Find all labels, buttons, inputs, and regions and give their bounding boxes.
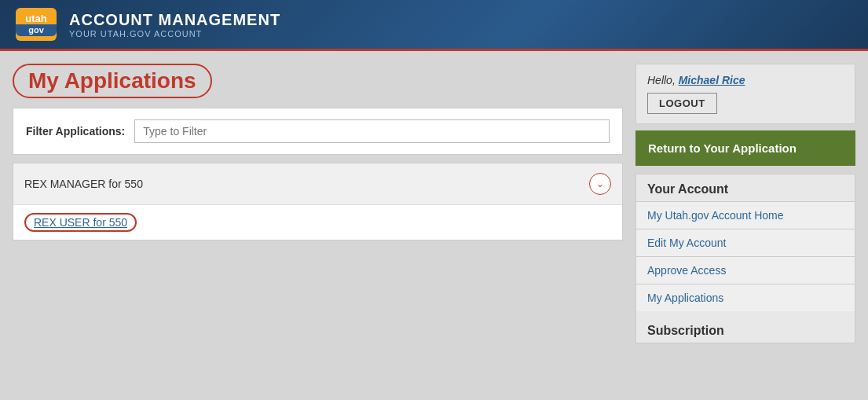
logout-button[interactable]: LOGOUT — [647, 93, 717, 114]
header-text: ACCOUNT MANAGEMENT YOUR UTAH.GOV ACCOUNT — [69, 11, 280, 39]
account-link-my-applications[interactable]: My Applications — [636, 284, 855, 311]
dropdown-button[interactable]: ⌄ — [589, 173, 611, 195]
application-row: REX MANAGER for 550 ⌄ REX USER for 550 — [13, 163, 623, 240]
logo-gov: gov — [16, 24, 57, 36]
filter-section: Filter Applications: — [13, 108, 623, 155]
hello-box: Hello, Michael Rice LOGOUT — [635, 64, 855, 124]
rex-user-link[interactable]: REX USER for 550 — [24, 213, 137, 232]
logo-container: utah gov — [16, 8, 57, 41]
your-account-title: Your Account — [636, 174, 855, 201]
your-account-section: Your Account My Utah.gov Account Home Ed… — [635, 174, 855, 343]
subscription-title: Subscription — [636, 316, 855, 343]
main-container: My Applications Filter Applications: REX… — [0, 51, 868, 356]
header-title: ACCOUNT MANAGEMENT — [69, 11, 280, 29]
app-row-header: REX MANAGER for 550 ⌄ — [13, 163, 622, 205]
account-link-edit[interactable]: Edit My Account — [636, 229, 855, 256]
page-title: My Applications — [13, 64, 212, 98]
right-panel: Hello, Michael Rice LOGOUT Return to You… — [635, 64, 855, 343]
app-row-body: REX USER for 550 — [13, 205, 622, 240]
hello-text: Hello, Michael Rice — [647, 74, 844, 86]
left-panel: My Applications Filter Applications: REX… — [13, 64, 623, 343]
logo-utah: utah — [25, 13, 46, 25]
logo-badge: utah gov — [16, 8, 57, 41]
account-link-approve[interactable]: Approve Access — [636, 256, 855, 284]
search-input[interactable] — [134, 119, 610, 143]
header: utah gov ACCOUNT MANAGEMENT YOUR UTAH.GO… — [0, 0, 868, 51]
account-link-home[interactable]: My Utah.gov Account Home — [636, 201, 855, 229]
hello-prefix: Hello, — [647, 74, 679, 86]
filter-label: Filter Applications: — [26, 125, 125, 138]
page-title-container: My Applications — [13, 64, 623, 98]
app-row-title: REX MANAGER for 550 — [24, 178, 143, 190]
header-subtitle: YOUR UTAH.GOV ACCOUNT — [69, 29, 280, 39]
return-to-application-button[interactable]: Return to Your Application — [635, 130, 855, 166]
user-name-link[interactable]: Michael Rice — [679, 74, 745, 86]
